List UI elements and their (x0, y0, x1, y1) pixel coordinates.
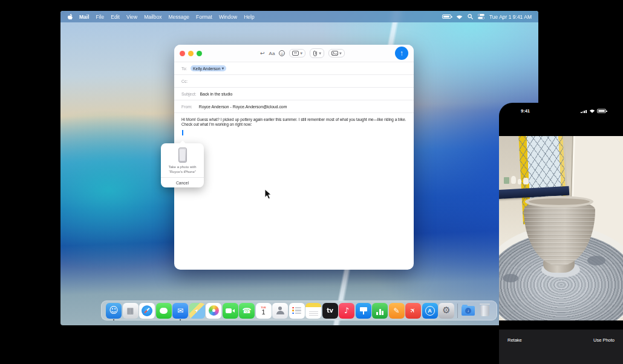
trash-icon (480, 305, 489, 316)
menu-item-mail[interactable]: Mail (79, 14, 90, 20)
phone-handset-icon: ☎ (243, 307, 252, 314)
dock-app-music[interactable]: ♪ (339, 303, 354, 319)
cellular-signal-icon (581, 110, 587, 114)
music-note-icon: ♪ (344, 307, 349, 314)
dock-app-keynote[interactable] (356, 303, 371, 319)
iphone-clock: 9:41 (521, 108, 530, 114)
dock-divider (457, 304, 458, 318)
dock-app-photos[interactable] (206, 303, 221, 319)
use-photo-button[interactable]: Use Photo (593, 337, 615, 343)
to-field-row[interactable]: To: Kelly Anderson▼ (174, 62, 414, 75)
minimize-window-button[interactable] (188, 51, 194, 56)
running-indicator (180, 319, 181, 321)
send-button[interactable]: ↑ (395, 47, 408, 60)
zoom-window-button[interactable] (197, 51, 202, 56)
dock-app-launchpad[interactable]: ▦ (123, 303, 139, 319)
cc-label: Cc: (181, 79, 188, 83)
camera-action-bar: Retake Use Photo (499, 330, 623, 364)
podium-icon (360, 307, 367, 311)
dock-app-rocket[interactable]: ✈ (405, 303, 421, 319)
menu-item-format[interactable]: Format (196, 14, 212, 20)
emoji-button[interactable]: ☺ (279, 50, 285, 56)
dock-app-appstore[interactable]: A (422, 303, 438, 319)
recipient-token[interactable]: Kelly Anderson▼ (191, 65, 226, 71)
emoji-icon: ☺ (279, 50, 285, 56)
dock-app-settings[interactable]: ⚙ (439, 303, 454, 319)
subject-field-row[interactable]: Subject: Back in the studio (174, 88, 414, 100)
dock-downloads-folder[interactable]: ↓ (460, 303, 476, 319)
photos-flower-icon (209, 305, 219, 316)
take-photo-popover: Take a photo with “Royce’s iPhone” Cance… (161, 143, 204, 187)
menu-item-edit[interactable]: Edit (111, 14, 120, 20)
wifi-icon[interactable] (456, 15, 463, 19)
screenshot-stage: Mail File Edit View Mailbox Message Form… (0, 0, 623, 364)
menu-item-view[interactable]: View (126, 14, 137, 20)
ceramic-vase (511, 176, 516, 184)
dock-app-facetime[interactable] (223, 303, 238, 319)
green-card (504, 177, 509, 184)
dock-app-calendar[interactable]: Tue1 (256, 303, 272, 319)
battery-icon (597, 109, 606, 113)
menu-bar: Mail File Edit View Mailbox Message Form… (60, 11, 538, 22)
dock-app-mail[interactable]: ✉ (172, 303, 188, 319)
dock-trash[interactable] (477, 303, 493, 319)
message-body[interactable]: Hi Mom! Guess what? I picked up pottery … (174, 113, 414, 131)
subject-label: Subject: (181, 92, 197, 96)
person-icon (278, 307, 282, 311)
dock-app-safari[interactable] (139, 303, 155, 319)
dock-app-maps[interactable]: ➤ (189, 303, 205, 319)
appstore-a-icon: A (425, 306, 435, 316)
envelope-icon: ✉ (177, 307, 183, 314)
chevron-down-icon: ▼ (319, 51, 321, 55)
attach-file-button[interactable]: ▼ (310, 48, 324, 58)
chat-bubble-icon (160, 308, 168, 314)
mail-toolbar: ↩ Aa ☺ ▼ ▼ ▼ ↑ (174, 45, 414, 62)
retake-button[interactable]: Retake (507, 337, 522, 343)
battery-icon[interactable] (442, 15, 451, 19)
cc-field-row[interactable]: Cc: (174, 75, 414, 88)
wifi-icon (589, 109, 595, 113)
menu-item-message[interactable]: Message (168, 14, 189, 20)
close-window-button[interactable] (180, 51, 185, 56)
header-fields-button[interactable]: ▼ (289, 49, 305, 57)
format-text-button[interactable]: Aa (269, 51, 275, 56)
control-center-icon[interactable] (478, 14, 484, 19)
camera-preview-pottery-photo (499, 136, 623, 320)
undo-icon: ↩ (260, 51, 265, 56)
iphone-status-bar: 9:41 (499, 103, 623, 119)
menu-item-file[interactable]: File (96, 14, 105, 20)
apple-menu[interactable] (67, 13, 73, 20)
chevron-down-icon: ▼ (221, 67, 224, 70)
rocket-icon: ✈ (409, 306, 417, 314)
dock-app-phone[interactable]: ☎ (239, 303, 255, 319)
dock-app-finder[interactable]: ☺ (106, 303, 122, 319)
spotlight-search-icon[interactable] (468, 14, 473, 19)
header-fields-icon (292, 51, 299, 56)
from-value: Royce Anderson - Royce.Anderson@icloud.c… (199, 105, 287, 109)
dock-app-pages[interactable]: ✎ (389, 303, 405, 319)
pen-icon: ✎ (393, 307, 399, 314)
dock-app-reminders[interactable] (289, 303, 305, 319)
cancel-button[interactable]: Cancel (161, 177, 204, 187)
dock-app-tv[interactable]: tv (322, 303, 338, 319)
dock-app-messages[interactable] (156, 303, 172, 319)
location-arrow-icon: ➤ (194, 307, 200, 313)
menu-item-help[interactable]: Help (244, 14, 254, 20)
insert-photo-button[interactable]: ▼ (328, 49, 345, 57)
from-field-row[interactable]: From: Royce Anderson - Royce.Anderson@ic… (174, 100, 414, 113)
pot-rim (525, 196, 593, 207)
dock: ☺ ▦ ✉ ➤ ☎ Tue1 tv ♪ ✎ ✈ A ⚙ ↓ (101, 301, 497, 320)
undo-button[interactable]: ↩ (260, 51, 265, 56)
paperclip-icon (313, 50, 318, 56)
menu-item-window[interactable]: Window (219, 14, 237, 20)
dock-app-numbers[interactable] (372, 303, 388, 319)
menu-bar-clock[interactable]: Tue Apr 1 9:41 AM (489, 14, 532, 20)
iphone-continuity-camera: 9:41 (499, 103, 623, 364)
dock-app-contacts[interactable] (272, 303, 288, 319)
chevron-down-icon: ▼ (300, 51, 302, 55)
dock-app-notes[interactable] (305, 303, 321, 319)
launchpad-grid-icon: ▦ (126, 307, 134, 314)
text-caret (182, 130, 183, 135)
photo-icon (331, 51, 338, 56)
menu-item-mailbox[interactable]: Mailbox (144, 14, 161, 20)
